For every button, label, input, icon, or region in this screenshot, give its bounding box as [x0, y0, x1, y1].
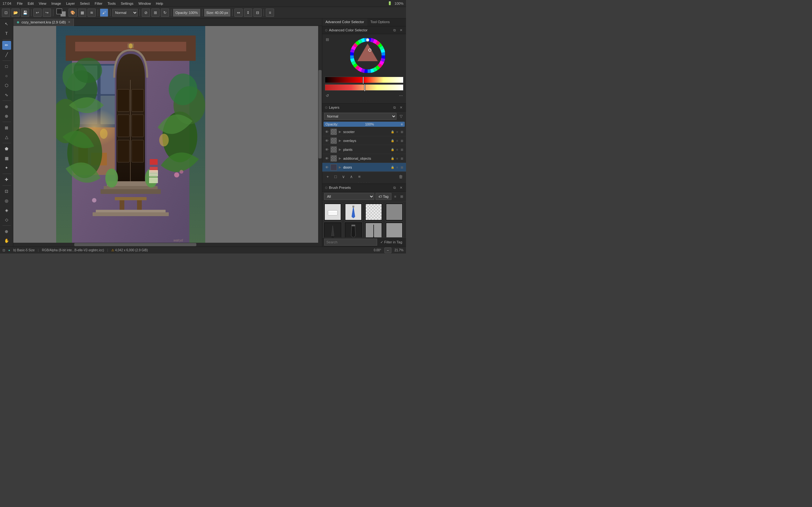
line-tool-btn[interactable]: ╱: [2, 50, 11, 59]
blend-mode-select[interactable]: Normal: [112, 9, 138, 16]
brush-category-select[interactable]: All: [324, 193, 374, 200]
menu-file[interactable]: File: [15, 1, 25, 6]
layer-styles-btn[interactable]: ≋: [88, 9, 96, 17]
new-document-btn[interactable]: ⊡: [2, 9, 10, 17]
layers-filter-btn[interactable]: ▽: [398, 113, 404, 119]
magic-wand-btn[interactable]: ◈: [2, 206, 11, 215]
color-settings-btn[interactable]: 🎨: [68, 9, 77, 17]
canvas-vscroll[interactable]: [318, 26, 322, 246]
group-layer-btn[interactable]: □: [332, 173, 339, 180]
color-wheel-container[interactable]: [332, 36, 403, 74]
layers-panel-resize-handle[interactable]: · · · · ·: [322, 181, 406, 183]
zoom-btn[interactable]: ⊕: [2, 227, 11, 236]
select-tool-btn[interactable]: ↖: [2, 20, 11, 29]
brush-preset-marker-black[interactable]: [344, 222, 362, 237]
layer-alpha-additional[interactable]: α: [395, 156, 399, 161]
wrap-btn[interactable]: ⊟: [253, 9, 262, 17]
menu-filter[interactable]: Filter: [93, 1, 104, 6]
brush-preset-pencil-dark[interactable]: [323, 222, 342, 237]
layer-lock-plants[interactable]: 🔒: [390, 147, 395, 152]
layer-group-doors[interactable]: ▦: [400, 165, 404, 170]
layer-expand-overlays[interactable]: ▶: [338, 137, 342, 144]
layer-expand-scooter[interactable]: ▶: [338, 129, 342, 135]
brush-preset-btn[interactable]: 🖌: [100, 9, 108, 17]
color-options-btn[interactable]: ⋯: [398, 93, 404, 99]
layer-vis-plants[interactable]: 👁: [324, 147, 329, 152]
menu-view[interactable]: View: [37, 1, 48, 6]
merge-up-btn[interactable]: ∧: [348, 173, 355, 180]
color-selector[interactable]: [56, 9, 66, 17]
brush-preset-eraser-white[interactable]: [323, 203, 342, 221]
refresh-btn[interactable]: ↻: [161, 9, 169, 17]
gradient-thumb-1[interactable]: [362, 76, 364, 84]
layer-group-overlays[interactable]: ▦: [400, 138, 404, 143]
brush-presets-close-btn[interactable]: ✕: [398, 185, 403, 190]
gradient-thumb-2[interactable]: [364, 84, 365, 92]
menu-help[interactable]: Help: [154, 1, 165, 6]
menu-edit[interactable]: Edit: [26, 1, 36, 6]
layer-alpha-overlays[interactable]: α: [395, 138, 399, 143]
layer-item-scooter[interactable]: 👁 ▶ scooter 🔒 α ▦: [322, 127, 406, 136]
text-tool-btn[interactable]: T: [2, 29, 11, 38]
layer-group-additional[interactable]: ▦: [400, 156, 404, 161]
size-control[interactable]: Size: 40.00 px: [204, 9, 231, 16]
save-btn[interactable]: 💾: [21, 9, 29, 17]
status-canvas-toggle[interactable]: ⊡: [3, 248, 5, 252]
layer-vis-scooter[interactable]: 👁: [324, 129, 329, 134]
measure-btn[interactable]: △: [2, 133, 11, 142]
canvas-hscroll[interactable]: [13, 243, 318, 246]
layer-alpha-scooter[interactable]: α: [395, 130, 399, 134]
transform-btn[interactable]: ⊠: [2, 123, 11, 132]
preserve-alpha-btn[interactable]: ⊞: [151, 9, 159, 17]
brush-tool-btn[interactable]: ✏: [2, 41, 11, 50]
color-selector-float-btn[interactable]: ⧉: [392, 27, 397, 33]
color-reset-btn[interactable]: ↺: [324, 93, 331, 99]
brush-tag-btn[interactable]: 🏷 Tag: [375, 193, 392, 200]
brush-preset-gray-medium[interactable]: [385, 222, 403, 237]
layer-vis-doors[interactable]: 👁: [324, 165, 329, 170]
menu-select[interactable]: Select: [78, 1, 92, 6]
layer-lock-additional[interactable]: 🔒: [390, 156, 395, 161]
opacity-control[interactable]: Opacity: 100%: [173, 9, 200, 16]
similar-select-btn[interactable]: ⊛: [2, 112, 11, 120]
layer-properties-btn[interactable]: ≡: [356, 173, 363, 180]
brush-list-view-btn[interactable]: ≡: [393, 194, 398, 199]
layer-alpha-plants[interactable]: α: [395, 147, 399, 152]
menu-settings[interactable]: Settings: [119, 1, 136, 6]
layer-item-additional-objects[interactable]: 👁 ▶ additional_objects 🔒 α ▦: [322, 154, 406, 163]
freehand-tool-btn[interactable]: ∿: [2, 90, 11, 99]
layer-lock-doors[interactable]: 🔒: [390, 165, 395, 170]
tool-options-tab[interactable]: Tool Options: [367, 18, 393, 26]
layer-expand-plants[interactable]: ▶: [338, 147, 342, 153]
tab-close-btn[interactable]: ✕: [68, 20, 70, 24]
menu-tools[interactable]: Tools: [106, 1, 118, 6]
layer-group-scooter[interactable]: ▦: [400, 130, 404, 134]
brush-search-input[interactable]: [324, 239, 377, 245]
menu-layer[interactable]: Layer: [64, 1, 77, 6]
open-btn[interactable]: 📂: [11, 9, 20, 17]
layers-blend-mode-select[interactable]: Normal: [324, 113, 397, 120]
contiguous-select-btn[interactable]: ⊕: [2, 102, 11, 111]
redo-btn[interactable]: ↪: [43, 9, 51, 17]
layer-item-doors[interactable]: 👁 ▶ doors 🔒 α ▦: [322, 163, 406, 172]
vscroll-thumb[interactable]: [318, 70, 322, 158]
color-selector-close-btn[interactable]: ✕: [398, 27, 403, 33]
brush-preset-gray-soft[interactable]: [385, 203, 403, 221]
rect-tool-btn[interactable]: □: [2, 62, 11, 71]
layers-menu-btn[interactable]: ≡: [401, 122, 403, 126]
pan-btn[interactable]: ✋: [2, 236, 11, 245]
erase-btn[interactable]: ⊘: [142, 9, 150, 17]
lasso-btn[interactable]: ◎: [2, 196, 11, 205]
rect-select-btn[interactable]: ⊡: [2, 187, 11, 196]
layer-expand-doors[interactable]: ▶: [338, 164, 342, 170]
poly-tool-btn[interactable]: ⬡: [2, 81, 11, 90]
mirror-v-btn[interactable]: ⇕: [244, 9, 252, 17]
advanced-color-tab[interactable]: Advanced Color Selector: [322, 18, 367, 26]
gradient-btn[interactable]: ▦: [2, 154, 11, 163]
brush-presets-float-btn[interactable]: ⧉: [392, 185, 397, 190]
layer-expand-additional[interactable]: ▶: [338, 155, 342, 162]
document-tab[interactable]: ● cozy_tenement.kra (2.9 GiB) ✕: [13, 18, 74, 26]
menu-image[interactable]: Image: [49, 1, 63, 6]
filter-in-tag-btn[interactable]: ✓ Filter in Tag: [378, 239, 404, 245]
brush-grid-view-btn[interactable]: ⊞: [399, 194, 404, 199]
